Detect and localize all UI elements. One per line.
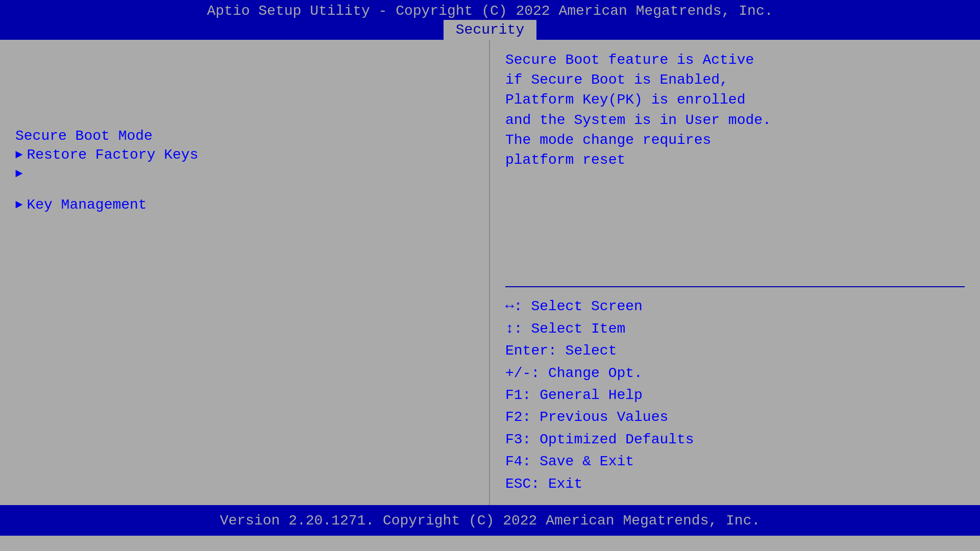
- main-content: System Mode Setup Secure Boot [Disable] …: [0, 40, 980, 505]
- key-management-arrow: ►: [15, 198, 22, 212]
- left-panel: System Mode Setup Secure Boot [Disable] …: [0, 40, 490, 505]
- key-f2-previous: F2: Previous Values: [505, 406, 965, 428]
- secure-boot-value: [Disable]: [301, 81, 387, 97]
- reset-to-setup-mode-row[interactable]: ► Reset To Setup Mode: [15, 166, 474, 182]
- system-mode-label: System Mode: [15, 50, 301, 66]
- footer: Version 2.20.1271. Copyright (C) 2022 Am…: [0, 505, 980, 536]
- key-help: ↔: Select Screen ↕: Select Item Enter: S…: [505, 295, 965, 495]
- secure-boot-values: [Disable] Not Active: [301, 81, 387, 113]
- key-select-screen: ↔: Select Screen: [505, 295, 965, 317]
- system-mode-value: Setup: [301, 50, 344, 66]
- divider: [505, 286, 965, 287]
- key-esc-exit: ESC: Exit: [505, 473, 965, 495]
- key-change-opt: +/-: Change Opt.: [505, 362, 965, 384]
- system-mode-row: System Mode Setup: [15, 50, 474, 66]
- key-f3-defaults: F3: Optimized Defaults: [505, 429, 965, 450]
- key-enter-select: Enter: Select: [505, 340, 965, 362]
- key-select-item: ↕: Select Item: [505, 318, 965, 340]
- key-f1-help: F1: General Help: [505, 384, 965, 406]
- secure-boot-mode-value: [Custom]: [301, 128, 370, 144]
- help-text: Secure Boot feature is Active if Secure …: [505, 50, 965, 278]
- footer-text: Version 2.20.1271. Copyright (C) 2022 Am…: [220, 513, 761, 529]
- restore-factory-keys-row[interactable]: ► Restore Factory Keys: [15, 147, 474, 163]
- reset-to-setup-mode-arrow: ►: [15, 167, 22, 181]
- key-f4-save: F4: Save & Exit: [505, 450, 965, 472]
- key-management-row[interactable]: ► Key Management: [15, 197, 474, 213]
- header-title: Aptio Setup Utility - Copyright (C) 2022…: [0, 0, 980, 20]
- secure-boot-mode-label[interactable]: Secure Boot Mode: [15, 128, 301, 144]
- key-management-label[interactable]: Key Management: [27, 197, 146, 213]
- tab-bar: Security: [0, 20, 980, 40]
- secure-boot-row[interactable]: Secure Boot [Disable] Not Active: [15, 81, 474, 113]
- reset-to-setup-mode-label[interactable]: Reset To Setup Mode: [27, 166, 189, 182]
- right-panel: Secure Boot feature is Active if Secure …: [490, 40, 980, 505]
- tab-security[interactable]: Security: [444, 20, 536, 40]
- secure-boot-status: Not Active: [301, 97, 387, 113]
- header-text: Aptio Setup Utility - Copyright (C) 2022…: [207, 3, 773, 19]
- secure-boot-mode-row[interactable]: Secure Boot Mode [Custom]: [15, 128, 474, 144]
- secure-boot-label: Secure Boot: [15, 81, 301, 97]
- restore-factory-keys-arrow: ►: [15, 148, 22, 162]
- restore-factory-keys-label[interactable]: Restore Factory Keys: [27, 147, 198, 163]
